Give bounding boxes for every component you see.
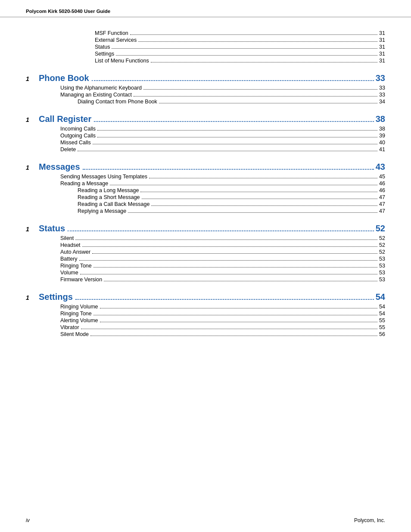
toc-dots [130, 34, 377, 35]
chapter-row: 1 Phone Book 33 [26, 73, 385, 83]
sub-entry: Reading a Message 46 [26, 180, 385, 187]
sub-entry-text: Dialing Contact from Phone Book [78, 99, 157, 105]
chapter-section: 1 Call Register 38 Incoming Calls 38 Out… [26, 114, 385, 152]
sub-page: 54 [379, 304, 385, 310]
top-entries: MSF Function 31 External Services 31 Sta… [26, 30, 385, 64]
sub-page: 55 [379, 317, 385, 324]
sub-entry-text: Reading a Call Back Message [78, 201, 149, 207]
sub-dots [93, 267, 377, 268]
sub-entry-text: Firmware Version [60, 277, 102, 283]
sub-entry: Reading a Short Message 47 [26, 194, 385, 200]
sub-dots [100, 322, 378, 322]
sub-dots [75, 240, 377, 240]
sub-entry: Ringing Tone 53 [26, 263, 385, 269]
toc-entry-text: List of Menu Functions [95, 58, 149, 64]
chapter-section: 1 Phone Book 33 Using the Alphanumeric K… [26, 73, 385, 105]
sub-page: 53 [379, 256, 385, 262]
sub-entry: Vibrator 55 [26, 324, 385, 330]
chapter-page: 38 [376, 114, 385, 124]
sub-entry: Ringing Volume 54 [26, 304, 385, 310]
sub-dots [100, 308, 378, 308]
sub-entry-text: Ringing Volume [60, 304, 98, 310]
sub-entry-text: Incoming Calls [60, 126, 96, 132]
sub-entry-text: Ringing Tone [60, 263, 92, 269]
sub-page: 46 [379, 187, 385, 193]
chapter-num: 1 [26, 75, 39, 82]
sub-page: 41 [379, 146, 385, 152]
sub-page: 46 [379, 180, 385, 187]
toc-page: 31 [379, 51, 385, 57]
sub-entry-text: Reading a Long Message [78, 187, 139, 193]
footer-company: Polycom, Inc. [354, 517, 385, 523]
toc-entry: External Services 31 [95, 37, 385, 43]
chapter-dots [83, 169, 374, 170]
chapter-title: Messages [39, 162, 80, 172]
sub-entry: Battery 53 [26, 256, 385, 262]
chapter-row: 1 Call Register 38 [26, 114, 385, 124]
chapter-dots [92, 80, 374, 81]
toc-entry-text: Status [95, 44, 110, 50]
page-footer: iv Polycom, Inc. [26, 517, 385, 523]
chapter-title: Settings [39, 292, 73, 302]
sub-dots [134, 96, 377, 96]
sub-dots [97, 130, 377, 131]
sub-page: 33 [379, 92, 385, 98]
sub-entry-text: Reading a Short Message [78, 194, 140, 200]
sub-dots [159, 103, 377, 103]
sub-entry: Dialing Contact from Phone Book 34 [26, 99, 385, 105]
sub-dots [97, 137, 377, 137]
chapter-num: 1 [26, 116, 39, 123]
sub-entry: Sending Messages Using Templates 45 [26, 174, 385, 180]
chapter-title: Status [39, 224, 65, 233]
sub-entry-text: Using the Alphanumeric Keyboard [60, 85, 142, 91]
chapters-container: 1 Phone Book 33 Using the Alphanumeric K… [26, 73, 385, 337]
toc-entry: Settings 31 [95, 51, 385, 57]
sub-page: 40 [379, 140, 385, 146]
sub-dots [128, 212, 377, 213]
sub-entry-text: Sending Messages Using Templates [60, 174, 147, 180]
sub-page: 33 [379, 85, 385, 91]
sub-page: 52 [379, 249, 385, 255]
chapter-row: 1 Settings 54 [26, 292, 385, 302]
sub-entry-text: Outgoing Calls [60, 133, 96, 139]
chapter-num: 1 [26, 226, 39, 233]
sub-dots [104, 281, 377, 281]
sub-entry: Using the Alphanumeric Keyboard 33 [26, 85, 385, 91]
chapter-row: 1 Messages 43 [26, 162, 385, 172]
sub-entry-text: Reading a Message [60, 180, 108, 187]
sub-entry: Delete 41 [26, 146, 385, 152]
chapter-num: 1 [26, 294, 39, 301]
sub-page: 55 [379, 324, 385, 330]
sub-page: 56 [379, 331, 385, 337]
chapter-page: 43 [376, 162, 385, 172]
sub-entry: Ringing Tone 54 [26, 311, 385, 317]
sub-entry: Silent Mode 56 [26, 331, 385, 337]
sub-entries: Incoming Calls 38 Outgoing Calls 39 Miss… [26, 126, 385, 152]
chapter-section: 1 Messages 43 Sending Messages Using Tem… [26, 162, 385, 214]
sub-dots [140, 192, 377, 192]
toc-dots [138, 41, 377, 42]
sub-entry-text: Vibrator [60, 324, 79, 330]
chapter-page: 52 [376, 224, 385, 233]
chapter-page: 33 [376, 73, 385, 83]
sub-page: 47 [379, 194, 385, 200]
sub-entry: Silent 52 [26, 235, 385, 241]
sub-entry: Volume 53 [26, 270, 385, 276]
footer-page-number: iv [26, 517, 30, 523]
sub-dots [92, 253, 377, 254]
sub-dots [80, 274, 377, 274]
sub-page: 47 [379, 201, 385, 207]
sub-entry: Replying a Message 47 [26, 208, 385, 214]
sub-entry: Managing an Existing Contact 33 [26, 92, 385, 98]
toc-dots [151, 62, 377, 62]
sub-entry-text: Auto Answer [60, 249, 90, 255]
sub-entry: Missed Calls 40 [26, 140, 385, 146]
toc-entry: MSF Function 31 [95, 30, 385, 36]
sub-dots [79, 260, 377, 261]
chapter-page: 54 [376, 292, 385, 302]
sub-page: 52 [379, 242, 385, 248]
sub-entry-text: Alerting Volume [60, 317, 98, 324]
sub-entry-text: Headset [60, 242, 81, 248]
sub-page: 39 [379, 133, 385, 139]
sub-dots [93, 315, 377, 315]
